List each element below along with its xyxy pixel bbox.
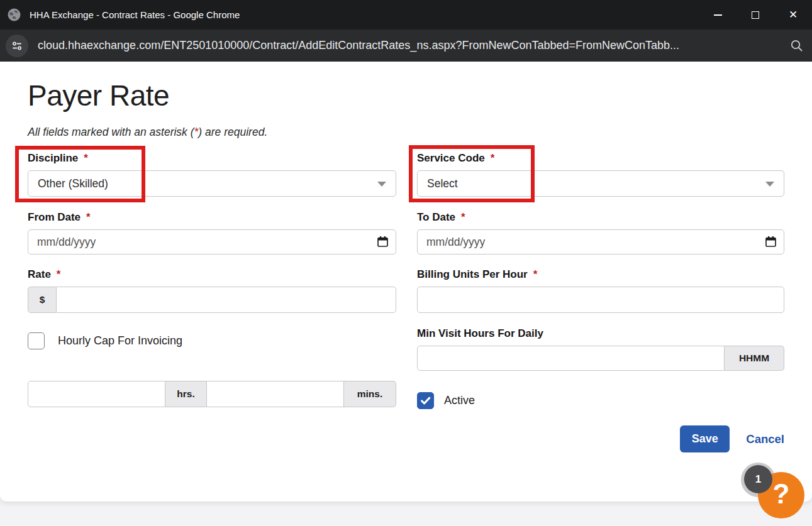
min-visit-field: Min Visit Hours For Daily HHMM	[417, 327, 784, 371]
cap-hours-input[interactable]	[28, 381, 165, 407]
required-asterisk: *	[86, 211, 91, 223]
discipline-field: Discipline* Other (Skilled)	[28, 152, 396, 197]
billing-units-input[interactable]	[417, 287, 784, 313]
discipline-select[interactable]: Other (Skilled)	[28, 170, 396, 197]
billing-units-field: Billing Units Per Hour*	[417, 268, 784, 313]
url-text[interactable]: cloud.hhaexchange.com/ENT2501010000/Cont…	[38, 39, 784, 52]
page-title: Payer Rate	[28, 78, 784, 113]
billing-units-label: Billing Units Per Hour*	[417, 268, 784, 281]
from-date-input[interactable]	[28, 229, 396, 255]
maximize-icon	[752, 11, 759, 19]
hourly-cap-label: Hourly Cap For Invoicing	[58, 334, 182, 348]
service-code-selected-value: Select	[427, 177, 458, 190]
close-button[interactable]: ✕	[774, 0, 812, 30]
window-controls: ✕	[699, 0, 812, 30]
service-code-select[interactable]: Select	[417, 170, 784, 197]
discipline-label: Discipline*	[28, 152, 396, 165]
min-visit-input[interactable]	[417, 346, 725, 371]
hourly-cap-duration-field: hrs. mins.	[28, 381, 396, 409]
chevron-down-icon	[765, 182, 774, 187]
rate-input[interactable]	[57, 287, 396, 313]
save-button[interactable]: Save	[680, 425, 730, 452]
required-asterisk: *	[57, 268, 61, 280]
from-date-field: From Date*	[28, 211, 396, 255]
chevron-down-icon	[377, 182, 386, 187]
mins-suffix: mins.	[344, 381, 396, 407]
question-mark-icon: ?	[773, 478, 790, 510]
service-code-label: Service Code*	[417, 152, 784, 165]
rate-field: Rate* $	[28, 268, 396, 313]
zoom-search-icon[interactable]	[789, 38, 804, 53]
required-asterisk: *	[461, 211, 465, 223]
notification-badge[interactable]: 1	[744, 465, 772, 493]
min-visit-label: Min Visit Hours For Daily	[417, 327, 784, 340]
from-date-label: From Date*	[28, 211, 396, 224]
minimize-button[interactable]	[699, 0, 737, 30]
required-asterisk: *	[84, 152, 88, 164]
to-date-label: To Date*	[417, 211, 784, 224]
dollar-prefix: $	[28, 287, 57, 313]
hourly-cap-checkbox[interactable]	[28, 332, 45, 349]
minimize-icon	[714, 14, 722, 16]
active-checkbox[interactable]	[417, 392, 434, 409]
cap-mins-input[interactable]	[207, 381, 344, 407]
maximize-button[interactable]	[737, 0, 774, 30]
discipline-selected-value: Other (Skilled)	[38, 177, 108, 190]
active-field: Active	[417, 381, 784, 409]
site-settings-icon[interactable]	[6, 35, 28, 57]
page-content: Payer Rate All fields marked with an ast…	[0, 62, 812, 501]
service-code-field: Service Code* Select	[417, 152, 784, 197]
cancel-link[interactable]: Cancel	[746, 432, 784, 446]
required-asterisk: *	[491, 152, 495, 164]
window-title: HHA Exchange - Contract Rates - Google C…	[30, 9, 240, 20]
window-titlebar: HHA Exchange - Contract Rates - Google C…	[0, 0, 812, 30]
url-bar: cloud.hhaexchange.com/ENT2501010000/Cont…	[0, 30, 812, 62]
hrs-suffix: hrs.	[165, 381, 207, 407]
globe-favicon-icon	[7, 8, 21, 22]
hhmm-suffix: HHMM	[725, 346, 784, 371]
to-date-field: To Date*	[417, 211, 784, 255]
active-label: Active	[444, 394, 475, 407]
required-fields-note: All fields marked with an asterisk (*) a…	[28, 126, 784, 140]
hourly-cap-field: Hourly Cap For Invoicing	[28, 327, 396, 371]
form-actions: Save Cancel	[28, 425, 784, 452]
required-asterisk: *	[533, 268, 538, 280]
checkmark-icon	[420, 395, 431, 407]
close-icon: ✕	[789, 9, 798, 20]
to-date-input[interactable]	[417, 229, 784, 255]
rate-label: Rate*	[28, 268, 396, 281]
